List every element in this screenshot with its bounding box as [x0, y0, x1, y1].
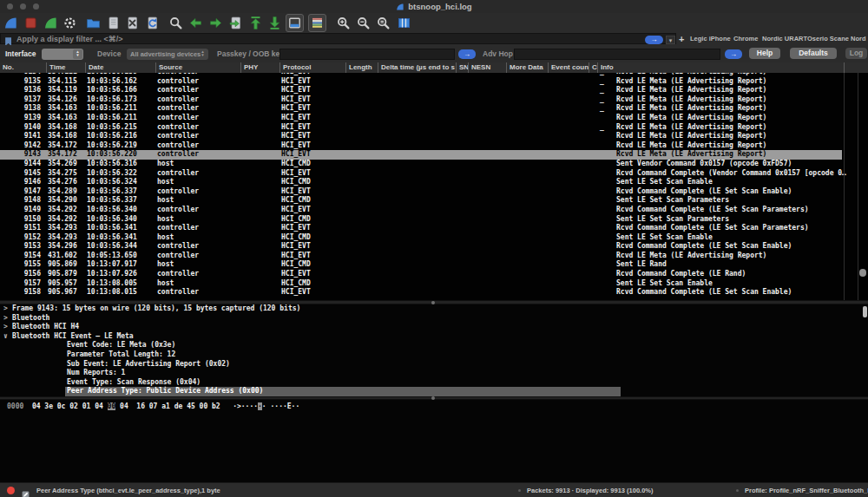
packet-row-9138[interactable]: 9138354.16310:03:56.211controllerHCI_EVT… [0, 104, 868, 114]
adv-hop-input[interactable] [514, 49, 720, 60]
adv-hop-apply-button[interactable]: → [725, 49, 742, 59]
details-scrollbar-thumb[interactable] [863, 306, 867, 317]
filter-dropdown-caret[interactable]: ▾ [666, 36, 675, 44]
apply-filter-button[interactable]: → [645, 36, 663, 44]
packet-row-9137[interactable]: 9137354.12610:03:56.173controllerHCI_EVT… [0, 95, 868, 105]
packet-row-9142[interactable]: 9142354.17210:03:56.219controllerHCI_EVT… [0, 141, 868, 151]
detail-line[interactable]: Peer Address Type: Public Device Address… [0, 387, 868, 396]
detail-line[interactable]: Parameter Total Length: 12 [0, 350, 868, 360]
column-header-time[interactable]: Time [46, 62, 85, 73]
passkey-apply-button[interactable]: → [458, 49, 476, 59]
expander-collapsed-icon[interactable]: > [3, 304, 8, 314]
go-to-packet-icon[interactable] [228, 16, 243, 30]
packet-row-9146[interactable]: 9146354.27610:03:56.324hostHCI_CMDSent L… [0, 178, 868, 187]
zoom-in-icon[interactable] [336, 16, 351, 30]
packet-row-9157[interactable]: 9157905.95710:13:08.005hostHCI_CMDSent L… [0, 279, 868, 289]
detail-line[interactable]: Num Reports: 1 [0, 369, 868, 378]
auto-scroll-icon[interactable] [286, 14, 304, 32]
expander-collapsed-icon[interactable]: > [3, 323, 8, 332]
stop-capture-icon[interactable] [23, 16, 38, 30]
capture-options-icon[interactable] [62, 16, 77, 30]
column-header-cc[interactable]: Cc [589, 62, 597, 73]
hex-dump-line[interactable]: 0000 04 3e 0c 02 01 04 00 04 16 07 a1 de… [7, 402, 299, 411]
add-filter-button[interactable]: + [679, 33, 684, 45]
display-filter-input[interactable]: Apply a display filter ... <⌘/> → ▾ [0, 33, 676, 44]
column-header-event-counter[interactable]: Event counter [548, 62, 589, 73]
zoom-reset-icon[interactable] [376, 16, 391, 30]
filter-shortcut-nord[interactable]: Nord [851, 33, 866, 45]
column-header-more-data[interactable]: More Data [506, 62, 548, 73]
packet-row-9155[interactable]: 9155905.86910:13:07.917hostHCI_CMDSent L… [0, 260, 868, 270]
filter-shortcut-chrome[interactable]: Chrome [733, 33, 758, 45]
help-button[interactable]: Help [749, 48, 780, 59]
column-header-delta-time-s-end-to-s[interactable]: Delta time (µs end to s [378, 62, 456, 73]
column-header-sn[interactable]: SN [456, 62, 468, 73]
filter-shortcut-nordic-urart[interactable]: Nordic URART [762, 33, 807, 45]
detail-line[interactable]: Sub Event: LE Advertising Report (0x02) [0, 360, 868, 369]
filter-shortcut-legic-iphone[interactable]: Legic iPhone [690, 33, 731, 45]
cell-no: 9140 [0, 123, 41, 133]
detail-line[interactable]: Event Type: Scan Response (0x04) [0, 378, 868, 388]
list-scrollbar-track[interactable] [858, 73, 858, 300]
packet-row-9149[interactable]: 9149354.29210:03:56.340controllerHCI_EVT… [0, 206, 868, 215]
packet-row-9145[interactable]: 9145354.27510:03:56.322controllerHCI_EVT… [0, 169, 868, 179]
wireshark-start-icon[interactable] [3, 16, 18, 30]
packet-row-9158[interactable]: 9158905.96710:13:08.015controllerHCI_EVT… [0, 288, 868, 298]
passkey-input[interactable] [279, 49, 455, 60]
detail-line[interactable]: >Bluetooth HCI H4 [0, 323, 868, 332]
packet-row-9135[interactable]: 9135354.11510:03:56.162controllerHCI_EVT… [0, 77, 868, 87]
go-forward-icon[interactable] [208, 16, 223, 30]
packet-row-9148[interactable]: 9148354.29010:03:56.337hostHCI_CMDSent L… [0, 196, 868, 206]
find-packet-icon[interactable] [168, 16, 183, 30]
packet-row-9144[interactable]: 9144354.26910:03:56.316hostHCI_CMDSent V… [0, 160, 868, 169]
go-last-icon[interactable] [267, 16, 282, 30]
expander-expanded-icon[interactable]: ∨ [3, 332, 8, 342]
filter-shortcut-oserio-scane[interactable]: Oserio Scane [807, 33, 849, 45]
packet-row-9150[interactable]: 9150354.29210:03:56.340hostHCI_CMDSent L… [0, 215, 868, 225]
column-header-phy[interactable]: PHY [240, 62, 279, 73]
column-header-date[interactable]: Date [85, 62, 155, 73]
save-file-icon[interactable] [106, 16, 121, 30]
packet-row-9147[interactable]: 9147354.28910:03:56.337controllerHCI_EVT… [0, 187, 868, 197]
packet-row-9141[interactable]: 9141354.16810:03:56.216controllerHCI_EVT… [0, 132, 868, 141]
restart-capture-icon[interactable] [43, 16, 58, 30]
go-first-icon[interactable] [248, 16, 263, 30]
packet-row-9156[interactable]: 9156905.87910:13:07.926controllerHCI_EVT… [0, 270, 868, 279]
column-header-no[interactable]: No. [0, 62, 45, 73]
device-select[interactable]: All advertising devices ▲▼ [127, 49, 208, 60]
go-back-icon[interactable] [188, 16, 203, 30]
column-header-protocol[interactable]: Protocol [279, 62, 345, 73]
list-scrollbar-thumb[interactable] [859, 269, 866, 277]
defaults-button[interactable]: Defaults [790, 48, 837, 59]
colorize-icon[interactable] [308, 14, 326, 32]
edit-comment-icon[interactable] [22, 487, 30, 494]
packet-row-9154[interactable]: 9154431.60210:05:13.650controllerHCI_EVT… [0, 252, 868, 261]
zoom-out-icon[interactable] [356, 16, 371, 30]
log-button[interactable]: Log [845, 48, 867, 59]
column-header-nesn[interactable]: NESN [468, 62, 506, 73]
packet-row-9140[interactable]: 9140354.16810:03:56.215controllerHCI_EVT… [0, 123, 868, 133]
column-header-length[interactable]: Length [345, 62, 378, 73]
packet-row-9152[interactable]: 9152354.29310:03:56.341hostHCI_CMDSent L… [0, 233, 868, 243]
expander-collapsed-icon[interactable]: > [3, 314, 8, 324]
packet-row-9136[interactable]: 9136354.11910:03:56.166controllerHCI_EVT… [0, 86, 868, 95]
detail-line[interactable]: Event Code: LE Meta (0x3e) [0, 341, 868, 350]
column-header-info[interactable]: Info [597, 62, 844, 73]
profile-info[interactable]: Profile: Profile_nRF_Sniffer_Bluetooth_L… [745, 483, 868, 497]
open-file-icon[interactable] [86, 16, 101, 30]
resize-columns-icon[interactable] [397, 16, 411, 30]
reload-file-icon[interactable] [145, 16, 160, 30]
packet-row-9139[interactable]: 9139354.16310:03:56.211controllerHCI_EVT… [0, 114, 868, 123]
column-header-source[interactable]: Source [155, 62, 240, 73]
detail-line[interactable]: >Bluetooth [0, 314, 868, 324]
detail-line[interactable]: ∨Bluetooth HCI Event – LE Meta [0, 332, 868, 342]
close-file-icon[interactable] [125, 16, 140, 30]
detail-line[interactable]: >Frame 9143: 15 bytes on wire (120 bits)… [0, 304, 868, 314]
cell-src: controller [157, 242, 199, 252]
expert-info-icon[interactable] [7, 487, 15, 494]
cell-mark: _ [600, 104, 604, 114]
interface-select[interactable]: ▲▼ [42, 49, 83, 60]
packet-row-9143[interactable]: 9143354.17210:03:56.220controllerHCI_EVT… [0, 150, 842, 160]
packet-row-9151[interactable]: 9151354.29310:03:56.341controllerHCI_EVT… [0, 224, 868, 233]
packet-row-9153[interactable]: 9153354.29610:03:56.344controllerHCI_EVT… [0, 242, 868, 252]
